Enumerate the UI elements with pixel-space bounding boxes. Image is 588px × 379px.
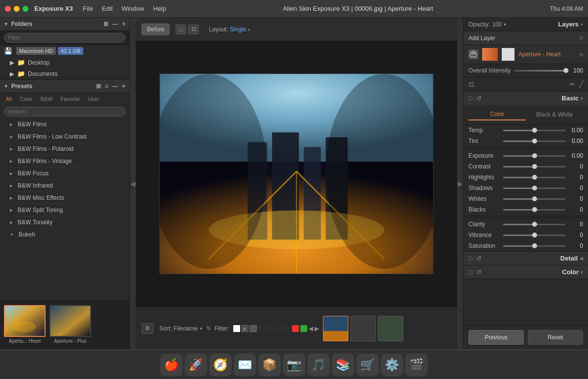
layer-menu-icon[interactable]: ≡: [579, 51, 583, 58]
list-item[interactable]: ▶B&W Films - Polaroid: [0, 143, 129, 155]
dock-photos[interactable]: 📷: [283, 354, 305, 376]
sort-value[interactable]: Filename: [173, 325, 197, 332]
list-item[interactable]: ▶B&W Misc Effects: [0, 192, 129, 204]
previous-button[interactable]: Previous: [468, 330, 524, 345]
detail-icon-1[interactable]: □: [468, 255, 472, 262]
dock-finder[interactable]: 🍎: [160, 354, 183, 376]
dock-safari[interactable]: 🧭: [209, 354, 232, 376]
dock-video[interactable]: 🎬: [405, 354, 428, 376]
preset-tab-favorite[interactable]: Favorite: [59, 95, 82, 103]
list-item[interactable]: ▶B&W Tonality: [0, 216, 129, 229]
basic-section-header[interactable]: □ ↺ Basic ▾: [464, 92, 588, 105]
sort-direction[interactable]: ⇅: [206, 325, 211, 332]
collapse-right-arrow[interactable]: ▶: [457, 18, 463, 350]
list-item[interactable]: ▶B&W Split Toning: [0, 204, 129, 216]
filter-flag-empty[interactable]: [250, 325, 257, 332]
filter-prev[interactable]: ◀: [309, 325, 313, 332]
preset-tab-all[interactable]: All: [4, 95, 14, 103]
tint-slider[interactable]: [503, 141, 565, 142]
color-section-header[interactable]: □ ↺ Color ▾: [464, 265, 588, 279]
dock-mail[interactable]: ✉️: [234, 354, 256, 376]
before-button[interactable]: Before: [142, 24, 170, 35]
filmstrip-thumb-2[interactable]: [350, 316, 376, 341]
layout-value[interactable]: Single: [230, 26, 246, 33]
whites-slider[interactable]: [503, 198, 565, 200]
thumbnail-image-2[interactable]: [49, 305, 91, 337]
close-button[interactable]: [5, 6, 11, 12]
clarity-slider[interactable]: [503, 224, 565, 225]
folders-search-input[interactable]: [4, 33, 125, 43]
dock-books[interactable]: 📚: [332, 354, 354, 376]
filter-green[interactable]: [300, 325, 307, 332]
folders-action-1[interactable]: ⊞: [103, 21, 108, 27]
preset-tab-color[interactable]: Color: [18, 95, 34, 103]
disk-name[interactable]: Macintosh HD: [16, 47, 56, 55]
star-2[interactable]: ☆: [268, 325, 273, 332]
thumbnail-aperture-heart[interactable]: Apertu... Heart: [4, 305, 46, 346]
basic-icon-2[interactable]: ↺: [476, 95, 482, 102]
layers-arrow[interactable]: ▾: [581, 22, 583, 27]
opacity-value[interactable]: 100: [492, 21, 502, 28]
maximize-button[interactable]: [23, 6, 28, 12]
dock-appstore[interactable]: 🛒: [356, 354, 379, 376]
presets-action-minus[interactable]: —: [112, 83, 118, 90]
list-item[interactable]: ▼Bokeh: [0, 229, 129, 241]
filter-flag-white[interactable]: [233, 325, 240, 332]
presets-view-grid[interactable]: ⊞: [96, 83, 101, 90]
color-toggle-btn[interactable]: Color: [468, 109, 526, 120]
basic-icon-1[interactable]: □: [468, 95, 472, 102]
shadows-slider[interactable]: [503, 188, 565, 189]
reset-button[interactable]: Reset: [528, 330, 583, 345]
preset-search-input[interactable]: [4, 107, 125, 117]
thumbnail-image-1[interactable]: [4, 305, 46, 337]
preset-tab-user[interactable]: User: [86, 95, 101, 103]
intensity-slider[interactable]: [514, 70, 567, 71]
view-icon-1[interactable]: □: [175, 24, 186, 34]
blacks-slider[interactable]: [503, 209, 565, 211]
collapse-left-arrow[interactable]: ◀: [130, 18, 136, 350]
dock-launchpad[interactable]: 🚀: [185, 354, 207, 376]
list-item[interactable]: ▶B&W Focus: [0, 167, 129, 180]
crop-tool[interactable]: ⊡: [468, 80, 474, 88]
folders-action-2[interactable]: —: [112, 21, 118, 27]
star-5[interactable]: ☆: [286, 325, 291, 332]
thumbnail-aperture-plus[interactable]: Aperture - Plus: [49, 305, 91, 346]
folder-desktop[interactable]: ▶ 📁 Desktop: [0, 57, 129, 68]
presets-view-list[interactable]: ≡: [105, 83, 108, 90]
filter-next[interactable]: ▶: [315, 325, 319, 332]
filmstrip-thumb-1[interactable]: [323, 316, 348, 341]
temp-slider[interactable]: [503, 130, 565, 131]
contrast-slider[interactable]: [503, 166, 565, 167]
menu-edit[interactable]: Edit: [102, 5, 113, 12]
erase-tool[interactable]: ╱: [579, 80, 583, 88]
bw-toggle-btn[interactable]: Black & White: [526, 109, 583, 120]
paint-tool[interactable]: ✏: [569, 80, 575, 88]
layer-visibility-icon[interactable]: [468, 49, 478, 59]
folder-documents[interactable]: ▶ 📁 Documents: [0, 68, 129, 79]
list-item[interactable]: ▶B&W Films - Vintage: [0, 155, 129, 167]
menu-window[interactable]: Window: [122, 5, 144, 12]
dock-music[interactable]: 🎵: [307, 354, 330, 376]
folders-action-3[interactable]: +: [122, 21, 125, 27]
minimize-button[interactable]: [14, 6, 20, 12]
color-icon-1[interactable]: □: [468, 268, 472, 276]
saturation-slider[interactable]: [503, 245, 565, 247]
filter-red[interactable]: [292, 325, 299, 332]
star-4[interactable]: ☆: [280, 325, 285, 332]
list-item[interactable]: ▶B&W Infrared: [0, 180, 129, 192]
list-item[interactable]: ▶B&W Films: [0, 118, 129, 131]
highlights-slider[interactable]: [503, 177, 565, 178]
add-layer-menu-icon[interactable]: ≡: [579, 34, 583, 42]
dock-notes[interactable]: 📦: [258, 354, 281, 376]
star-1[interactable]: ☆: [262, 325, 267, 332]
filmstrip-settings-icon[interactable]: ⚙: [142, 323, 153, 334]
sort-arrow[interactable]: ▾: [200, 326, 202, 331]
color-icon-2[interactable]: ↺: [476, 268, 482, 276]
menu-help[interactable]: Help: [153, 5, 166, 12]
opacity-arrow[interactable]: ▾: [504, 22, 506, 27]
presets-action-plus[interactable]: +: [122, 83, 125, 90]
detail-icon-2[interactable]: ↺: [476, 255, 482, 262]
preset-tab-bw[interactable]: B&W: [39, 95, 55, 103]
vibrance-slider[interactable]: [503, 235, 565, 236]
exposure-slider[interactable]: [503, 155, 565, 157]
